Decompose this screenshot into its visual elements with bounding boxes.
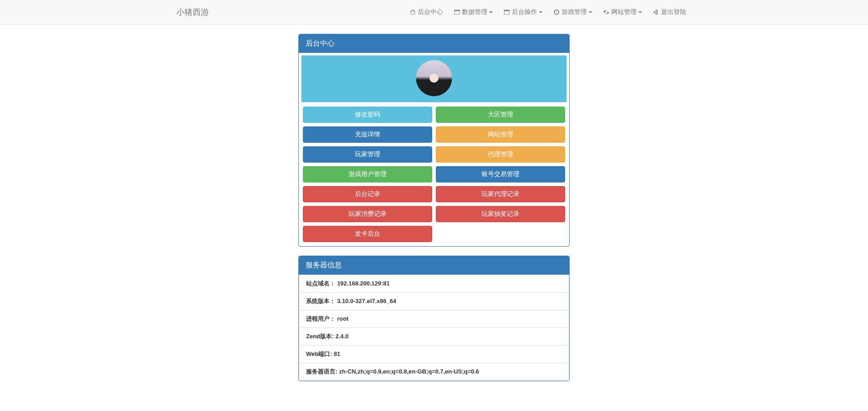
info-label: 系统版本：: [306, 298, 335, 304]
info-user: 进程用户： root: [299, 310, 569, 328]
clock-icon: [553, 9, 560, 15]
nav-game-label: 游戏管理: [561, 8, 587, 16]
btn-site-manage[interactable]: 网站管理: [436, 126, 565, 143]
nav-data[interactable]: 数据管理: [448, 1, 498, 23]
caret-icon: [589, 11, 592, 13]
btn-card-backend[interactable]: 发卡后台: [303, 226, 432, 242]
caret-icon: [489, 11, 493, 13]
info-value: 192.168.200.129:81: [337, 280, 390, 287]
info-value: root: [337, 315, 349, 322]
info-label: 站点域名：: [306, 280, 335, 287]
caret-icon: [539, 11, 542, 13]
btn-zone-manage[interactable]: 大区管理: [436, 107, 565, 123]
btn-recharge-detail[interactable]: 充值详情: [303, 126, 432, 143]
info-value: 2.4.0: [335, 333, 349, 340]
nav-home[interactable]: 后台中心: [404, 1, 448, 23]
info-domain: 站点域名： 192.168.200.129:81: [299, 275, 569, 293]
nav-home-label: 后台中心: [418, 8, 443, 16]
server-info-title: 服务器信息: [299, 256, 569, 275]
info-value: zh-CN,zh;q=0.9,en;q=0.8,en-GB;q=0.7,en-U…: [339, 368, 479, 375]
info-label: 服务器语言:: [306, 368, 339, 375]
btn-player-agent-log[interactable]: 玩家代理记录: [436, 186, 565, 202]
info-label: 进程用户：: [306, 315, 335, 322]
info-os: 系统版本： 3.10.0-327.el7.x86_64: [299, 293, 569, 310]
btn-game-user-manage[interactable]: 游戏用户管理: [303, 166, 432, 182]
caret-icon: [638, 11, 642, 13]
brand-link[interactable]: 小猪西游: [176, 0, 209, 24]
btn-account-trade[interactable]: 账号交易管理: [436, 166, 565, 182]
nav-logout-label: 退出登陆: [661, 8, 686, 16]
btn-player-lottery-log[interactable]: 玩家抽奖记录: [436, 206, 565, 222]
nav-site-label: 网站管理: [611, 8, 637, 16]
info-value: 3.10.0-327.el7.x86_64: [337, 298, 396, 304]
avatar-row: [301, 55, 567, 103]
gear-icon: [603, 9, 609, 15]
nav-data-label: 数据管理: [462, 8, 487, 16]
btn-change-password[interactable]: 修改密码: [303, 107, 432, 123]
dashboard-panel: 后台中心 修改密码 大区管理 充值详情 网站管理 玩家管理 代理管理 游戏用户管…: [298, 34, 570, 247]
nav-site[interactable]: 网站管理: [598, 1, 647, 23]
logout-icon: [653, 9, 659, 15]
home-icon: [410, 9, 416, 15]
dashboard-panel-title: 后台中心: [299, 34, 569, 53]
btn-admin-log[interactable]: 后台记录: [303, 186, 432, 202]
nav-ops-label: 后台操作: [512, 8, 537, 16]
info-label: Zend版本:: [306, 333, 335, 340]
nav-game[interactable]: 游戏管理: [548, 1, 598, 23]
top-navbar: 小猪西游 后台中心 数据管理 后台操作 游戏管理: [0, 0, 868, 25]
btn-player-spend-log[interactable]: 玩家消费记录: [303, 206, 432, 222]
info-value: 81: [334, 350, 340, 357]
window-icon: [454, 9, 460, 15]
window-icon: [504, 9, 510, 15]
nav-ops[interactable]: 后台操作: [498, 1, 548, 23]
info-zend: Zend版本: 2.4.0: [299, 328, 569, 346]
info-port: Web端口: 81: [299, 346, 569, 363]
btn-agent-manage[interactable]: 代理管理: [436, 146, 565, 163]
user-avatar: [416, 60, 452, 96]
nav-logout[interactable]: 退出登陆: [647, 1, 692, 23]
server-info-panel: 服务器信息 站点域名： 192.168.200.129:81 系统版本： 3.1…: [298, 256, 570, 381]
info-lang: 服务器语言: zh-CN,zh;q=0.9,en;q=0.8,en-GB;q=0…: [299, 363, 569, 381]
info-label: Web端口:: [306, 350, 334, 357]
btn-player-manage[interactable]: 玩家管理: [303, 146, 432, 163]
